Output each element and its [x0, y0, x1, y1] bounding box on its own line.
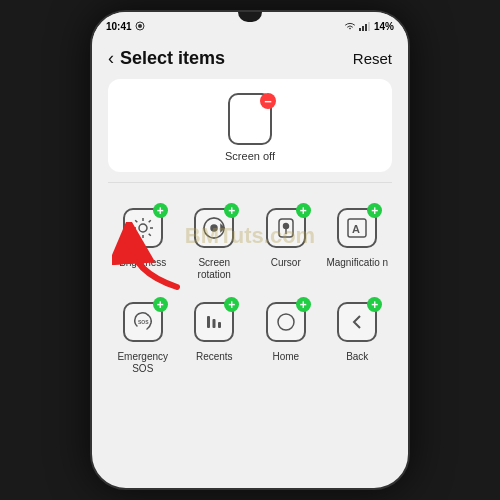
cursor-item[interactable]: Cursor — [251, 195, 321, 285]
remove-badge — [260, 93, 276, 109]
magnification-item[interactable]: A Magnificatio n — [323, 195, 393, 285]
svg-rect-3 — [362, 26, 364, 31]
add-home-badge — [296, 297, 311, 312]
back-item[interactable]: Back — [323, 289, 393, 379]
recents-icon-wrap — [189, 297, 239, 347]
add-cursor-badge — [296, 203, 311, 218]
status-left: 10:41 — [106, 21, 145, 32]
sim-icon — [135, 21, 145, 31]
wifi-icon — [344, 21, 356, 31]
emergency-sos-item[interactable]: SOS Emergency SOS — [108, 289, 178, 379]
svg-line-11 — [135, 220, 137, 222]
battery-text: 14% — [374, 21, 394, 32]
svg-rect-24 — [213, 319, 216, 328]
home-label: Home — [272, 351, 299, 363]
svg-line-12 — [148, 234, 150, 236]
screen-off-icon-wrap — [224, 93, 276, 145]
add-recents-badge — [224, 297, 239, 312]
svg-point-6 — [139, 224, 147, 232]
back-icon-wrap — [332, 297, 382, 347]
svg-point-1 — [138, 24, 142, 28]
header-left: ‹ Select items — [108, 48, 225, 69]
svg-text:SOS: SOS — [138, 319, 149, 325]
content: BMTuts.com Screen off — [92, 79, 408, 393]
svg-line-13 — [148, 220, 150, 222]
magnification-icon-wrap: A — [332, 203, 382, 253]
cursor-label: Cursor — [271, 257, 301, 269]
divider — [108, 182, 392, 183]
sos-icon-wrap: SOS — [118, 297, 168, 347]
screen-rotation-icon-wrap — [189, 203, 239, 253]
recents-label: Recents — [196, 351, 233, 363]
add-magnification-badge — [367, 203, 382, 218]
screen-off-item[interactable]: Screen off — [224, 93, 276, 162]
svg-rect-5 — [368, 22, 370, 31]
home-item[interactable]: Home — [251, 289, 321, 379]
magnification-label: Magnificatio n — [326, 257, 388, 269]
brightness-item[interactable]: Brightness — [108, 195, 178, 285]
svg-text:A: A — [352, 223, 360, 235]
screen-rotation-label: Screen rotation — [182, 257, 248, 281]
svg-point-16 — [211, 225, 217, 231]
brightness-icon-wrap — [118, 203, 168, 253]
svg-point-26 — [278, 314, 294, 330]
svg-rect-4 — [365, 24, 367, 31]
recents-item[interactable]: Recents — [180, 289, 250, 379]
svg-rect-23 — [207, 316, 210, 328]
reset-button[interactable]: Reset — [353, 50, 392, 67]
signal-icon — [359, 21, 371, 31]
svg-point-18 — [283, 224, 288, 229]
screen-rotation-item[interactable]: Screen rotation — [180, 195, 250, 285]
svg-rect-25 — [218, 322, 221, 328]
svg-rect-2 — [359, 28, 361, 31]
available-items-grid: Brightness — [108, 191, 392, 383]
phone-frame: 10:41 14% ‹ Select items Reset — [90, 10, 410, 490]
screen-off-label: Screen off — [225, 150, 275, 162]
sos-label: Emergency SOS — [110, 351, 176, 375]
page-title: Select items — [120, 48, 225, 69]
header: ‹ Select items Reset — [92, 40, 408, 79]
status-right: 14% — [344, 21, 394, 32]
cursor-icon-wrap — [261, 203, 311, 253]
add-rotation-badge — [224, 203, 239, 218]
brightness-label: Brightness — [119, 257, 166, 269]
back-button[interactable]: ‹ — [108, 48, 114, 69]
home-icon-wrap — [261, 297, 311, 347]
add-brightness-badge — [153, 203, 168, 218]
time: 10:41 — [106, 21, 132, 32]
selected-section: Screen off — [108, 79, 392, 172]
svg-line-14 — [135, 234, 137, 236]
back-label: Back — [346, 351, 368, 363]
add-sos-badge — [153, 297, 168, 312]
add-back-badge — [367, 297, 382, 312]
